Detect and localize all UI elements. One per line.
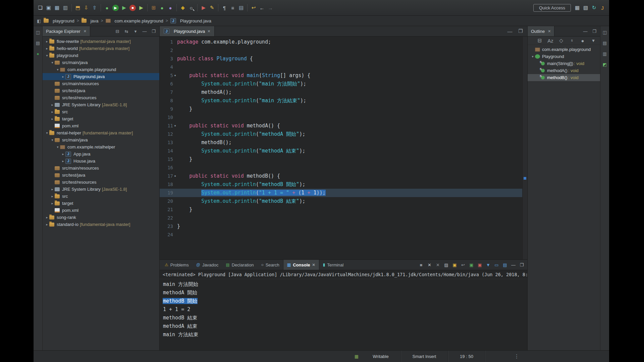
tree-item[interactable]: src/main/resources (43, 165, 159, 172)
tree-item[interactable]: ▸src (43, 193, 159, 200)
code-line[interactable]: 14 System.out.println("methodA 結束"); (160, 147, 523, 155)
tab-package-explorer[interactable]: Package Explorer ✕ (43, 26, 90, 36)
outline-item[interactable]: Smain(String[]) : void (528, 60, 600, 67)
tree-item[interactable]: src/test/java (43, 87, 159, 94)
tree-expand-arrow-icon[interactable]: ▾ (55, 145, 60, 149)
coverage-view-icon[interactable]: ◩ (601, 61, 608, 68)
stop-icon[interactable]: ■ (129, 5, 136, 11)
code-line[interactable]: 10 (160, 113, 523, 122)
tree-item[interactable]: src/test/java (43, 172, 159, 179)
tree-expand-arrow-icon[interactable]: ▸ (61, 159, 65, 163)
outline-item[interactable]: com.example.playground (528, 46, 600, 53)
restore-view-3-icon[interactable]: ◫ (601, 29, 608, 36)
tree-expand-arrow-icon[interactable]: ▾ (50, 61, 55, 64)
tab-declaration[interactable]: ▤Declaration (222, 260, 257, 270)
maximize-icon[interactable]: ❐ (517, 27, 525, 35)
debug-icon[interactable]: ● (103, 4, 111, 12)
sort-alphabetically-icon[interactable]: Az (546, 37, 554, 45)
code-editor[interactable]: 1package com.example.playground;23public… (160, 37, 527, 259)
tab-search[interactable]: ○Search (257, 260, 283, 270)
import-icon[interactable]: ⇩ (82, 4, 90, 12)
console-output-line[interactable]: methodB 結束 (163, 314, 524, 322)
code-line[interactable]: 13 methodB(); (160, 138, 523, 147)
show-on-stderr-icon[interactable]: ▣ (476, 261, 483, 268)
close-icon[interactable]: ✕ (312, 263, 315, 267)
code-line[interactable]: 17● public static void methodB() { (160, 172, 523, 180)
line-number-gutter[interactable]: 7 (160, 88, 177, 97)
new-interface-icon[interactable]: ● (166, 4, 174, 12)
show-whitespace-icon[interactable]: ¶ (220, 4, 228, 12)
tree-expand-arrow-icon[interactable]: ▸ (50, 201, 55, 205)
code-line[interactable]: 12 System.out.println("methodA 開始"); (160, 130, 523, 138)
line-number-gutter[interactable]: 6 (160, 80, 177, 88)
word-wrap-icon[interactable]: ↩ (460, 261, 467, 268)
overflow-menu-icon[interactable]: ⋮ (514, 353, 519, 359)
tree-item[interactable]: ▸flow-rewrite[fundamental-java master] (43, 38, 159, 45)
tree-expand-arrow-icon[interactable]: ▸ (50, 194, 55, 198)
tree-item[interactable]: ▸src (43, 108, 159, 115)
code-line[interactable]: 4 (160, 63, 523, 71)
run-external-icon[interactable]: ▶ (120, 4, 128, 12)
code-line[interactable]: 16 (160, 164, 523, 172)
new-java-project-icon[interactable]: ⬒ (74, 4, 82, 12)
display-selected-console-icon[interactable]: ▭ (493, 261, 500, 268)
hide-non-public-icon[interactable]: ● (579, 37, 587, 45)
tree-item[interactable]: ▸JHouse.java (43, 158, 159, 165)
outline-item[interactable]: SmethodB() : void (528, 74, 600, 81)
close-icon[interactable]: ✕ (207, 29, 210, 34)
line-number-gutter[interactable]: 18 (160, 180, 177, 189)
line-number-gutter[interactable]: 14 (160, 147, 177, 155)
tree-item[interactable]: ▾com.example.retalhelper (43, 143, 159, 150)
remove-launch-icon[interactable]: ✕ (426, 261, 433, 268)
tree-item[interactable]: ▸target (43, 200, 159, 207)
line-number-gutter[interactable]: 16 (160, 164, 177, 172)
console-output-line[interactable]: main 方法開始 (163, 280, 524, 289)
minimize-icon[interactable]: — (582, 28, 588, 34)
show-on-stdout-icon[interactable]: ▣ (468, 261, 475, 268)
code-line[interactable]: 7 methodA(); (160, 88, 523, 97)
code-line[interactable]: 24 (160, 231, 523, 239)
line-number-gutter[interactable]: 8 (160, 97, 177, 105)
tree-expand-arrow-icon[interactable]: ▸ (61, 75, 65, 78)
console-output-line[interactable]: 1 + 1 = 2 (163, 305, 524, 314)
code-line[interactable]: 20 System.out.println("methodB 結束"); (160, 197, 523, 205)
new-class-icon[interactable]: ● (158, 4, 166, 12)
line-number-gutter[interactable]: 15 (160, 155, 177, 164)
outline-item[interactable]: SmethodA() : void (528, 67, 600, 74)
code-line[interactable]: 9 } (160, 105, 523, 113)
line-number-gutter[interactable]: 24 (160, 231, 177, 239)
run-icon[interactable]: ▶ (112, 5, 119, 11)
line-number-gutter[interactable]: 19 (160, 189, 177, 197)
open-console-icon[interactable]: ▤ (501, 261, 508, 268)
export-icon[interactable]: ⇧ (91, 4, 99, 12)
tree-expand-arrow-icon[interactable]: ▸ (45, 216, 49, 219)
tree-item[interactable]: ▸target (43, 115, 159, 122)
line-number-gutter[interactable]: 20 (160, 197, 177, 205)
breadcrumb-root-icon[interactable]: ◧ (37, 18, 41, 23)
open-perspective-icon[interactable]: ▧ (582, 4, 590, 12)
maximize-icon[interactable]: ❐ (518, 261, 525, 268)
tree-expand-arrow-icon[interactable]: ▸ (61, 152, 65, 156)
minimize-icon[interactable]: — (510, 261, 517, 268)
perspective-grid-icon[interactable]: ▦ (573, 4, 581, 12)
line-number-gutter[interactable]: 12 (160, 130, 177, 138)
tree-expand-arrow-icon[interactable]: ▸ (45, 223, 49, 226)
code-line[interactable]: 11● public static void methodA() { (160, 122, 523, 130)
tree-item[interactable]: ▸JRE System Library[JavaSE-1.8] (43, 186, 159, 193)
view-menu-icon[interactable]: ▾ (132, 28, 139, 34)
view-menu-icon[interactable]: ▾ (589, 37, 597, 45)
tree-item[interactable]: ▸standard-io[fundamental-java master] (43, 221, 159, 228)
hide-fields-icon[interactable]: ◇ (557, 37, 565, 45)
status-cursor-position[interactable]: 19 : 50 (448, 351, 485, 362)
collapse-all-icon[interactable]: ⊟ (114, 28, 120, 34)
open-manual-icon[interactable]: ▤ (237, 4, 245, 12)
tab-javadoc[interactable]: @Javadoc (193, 260, 222, 270)
restore-view-2-icon[interactable]: ▤ (35, 40, 41, 46)
line-number-gutter[interactable]: 11● (160, 122, 177, 130)
console-output-line[interactable]: methodB 開始 (163, 297, 524, 305)
breadcrumb-item[interactable]: playground (44, 18, 74, 23)
overview-ruler[interactable] (522, 37, 527, 259)
code-line[interactable]: 2 (160, 46, 523, 55)
code-line[interactable]: 22 (160, 214, 523, 222)
close-icon[interactable]: ✕ (548, 29, 551, 34)
